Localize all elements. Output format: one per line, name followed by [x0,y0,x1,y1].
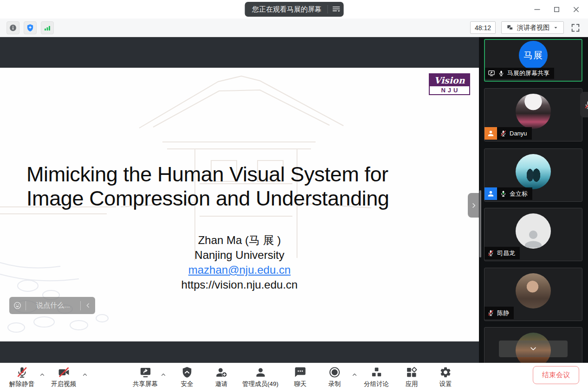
participant-name: 金立标 [510,190,528,198]
invite-person-icon [215,366,228,379]
start-video-button[interactable]: 开启视频 [51,366,76,388]
layout-icon [506,24,514,32]
record-icon [329,366,341,379]
name-row: Danyu [485,127,532,140]
vision-nju-logo: Vision NJU [429,73,470,95]
participant-tile[interactable]: 司昌龙 [484,208,582,261]
presentation-slide: Vision NJU Mimicking the Human Visual Sy… [0,68,479,341]
apps-label: 应用 [406,380,418,388]
mic-muted-icon [16,366,28,379]
participant-tile-partial[interactable] [484,327,582,363]
participant-name-label: 马展的屏幕共享 [485,68,554,79]
participant-tile-screen-share[interactable]: 马展 马展的屏幕共享 [484,39,582,82]
name-row: 陈静 [485,307,514,319]
unmute-button[interactable]: 解除静音 [9,366,34,388]
chevron-right-icon [470,202,478,209]
info-icon [9,24,17,32]
signal-bars-icon [43,24,52,32]
chevron-down-icon [529,345,537,353]
participants-sidebar: 马展 马展的屏幕共享 Danyu [479,37,588,363]
slide-website: https://vision.nju.edu.cn [0,277,479,292]
timer-value: 48:12 [475,24,491,32]
slide-author: Zhan Ma (马 展 ) [0,233,479,248]
video-options-caret[interactable] [82,372,88,378]
manage-participants-label: 管理成员(49) [242,380,278,388]
share-options-caret[interactable] [161,372,167,378]
slide-email: mazhan@nju.edu.cn [0,263,479,277]
end-meeting-button[interactable]: 结束会议 [533,366,579,384]
hand-raised-badge [485,127,497,140]
participant-tile[interactable]: 陈静 [484,268,582,321]
collapse-chat-icon[interactable] [84,302,91,309]
close-button[interactable] [569,3,582,16]
meeting-info-button[interactable] [6,21,19,34]
logo-nju-text: NJU [430,86,469,94]
network-quality-button[interactable] [41,21,54,34]
co-host-badge [485,187,497,200]
meeting-toolbar-right: 48:12 演讲者视图 [470,21,582,34]
fullscreen-button[interactable] [569,22,582,34]
participant-name: 马展的屏幕共享 [507,69,549,77]
maximize-button[interactable] [550,3,563,16]
viewing-banner[interactable]: 您正在观看马展的屏幕 [245,2,343,17]
manage-participants-button[interactable]: 管理成员(49) [242,366,278,388]
name-row: 金立标 [485,187,532,200]
caret-down-icon [553,25,559,31]
breakout-squares-icon [370,366,383,379]
quick-chat-bar[interactable]: 说点什么... [9,297,95,314]
viewing-banner-text: 您正在观看马展的屏幕 [252,5,327,14]
record-options-caret[interactable] [352,372,358,378]
participant-name-label: Danyu [497,127,532,140]
meeting-toolbar-left [6,21,54,34]
slide-title-line1: Mimicking the Human Visual System for [26,162,458,186]
participant-tile[interactable]: 金立标 [484,148,582,202]
slide-affiliation: Nanjing University [0,248,479,263]
record-button[interactable]: 录制 [329,366,341,388]
apps-button[interactable]: 应用 [406,366,418,388]
avatar: 马展 [519,41,548,70]
mic-muted-icon [584,100,588,109]
participant-name: Danyu [510,130,527,137]
breakout-rooms-label: 分组讨论 [364,380,389,388]
view-mode-selector[interactable]: 演讲者视图 [501,21,564,34]
encryption-button[interactable] [24,21,37,34]
minimize-button[interactable] [530,3,543,16]
avatar [516,213,551,249]
person-icon [487,190,495,198]
security-button[interactable]: 安全 [181,366,194,388]
scroll-more-participants-button[interactable] [499,341,568,357]
invite-button[interactable]: 邀请 [215,366,228,388]
participant-tile[interactable]: Danyu [484,88,582,141]
emoji-icon[interactable] [13,301,22,310]
settings-button[interactable]: 设置 [439,366,452,388]
unmute-label: 解除静音 [9,380,34,388]
sidebar-scrollbar[interactable] [479,190,481,257]
screen-share-icon [488,70,495,77]
avatar [516,154,551,189]
meeting-toolbar: 48:12 演讲者视图 [0,19,588,37]
mic-muted-icon [487,309,494,316]
self-mute-indicator[interactable] [580,92,588,117]
settings-label: 设置 [439,380,452,388]
chat-divider [26,301,26,310]
window-controls [530,0,582,19]
slide-title: Mimicking the Human Visual System for Im… [26,162,458,211]
name-row: 马展的屏幕共享 [485,68,554,79]
chat-bubble-icon [294,366,307,379]
end-meeting-label: 结束会议 [542,371,570,379]
camera-muted-icon [58,366,70,379]
banner-options-icon[interactable] [331,5,341,14]
participant-name: 陈静 [497,309,509,317]
chat-button[interactable]: 聊天 [294,366,307,388]
participants-icon [254,366,266,379]
name-row: 司昌龙 [485,247,520,259]
shared-screen-area: Vision NJU Mimicking the Human Visual Sy… [0,37,479,363]
sidebar-collapse-handle[interactable] [468,193,479,218]
audio-options-caret[interactable] [39,372,45,378]
chat-divider [80,301,81,310]
breakout-rooms-button[interactable]: 分组讨论 [364,366,389,388]
chat-input-placeholder[interactable]: 说点什么... [30,301,77,310]
person-icon [487,129,495,137]
start-video-label: 开启视频 [51,380,76,388]
share-screen-button[interactable]: 共享屏幕 [133,366,158,388]
